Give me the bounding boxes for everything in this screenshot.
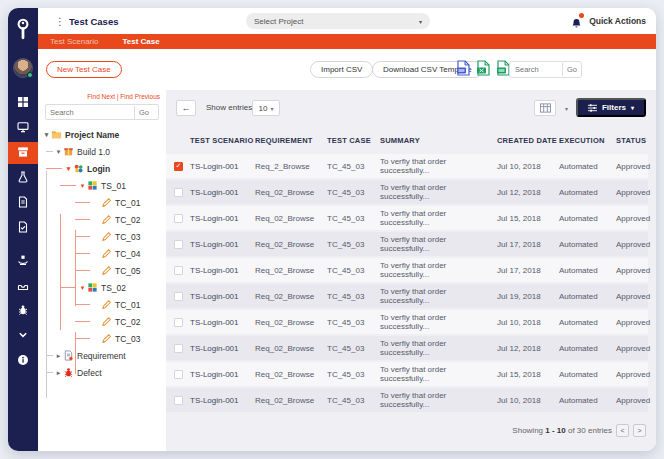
sidebar-item-more[interactable]: [8, 325, 38, 347]
entries-count-select[interactable]: 10 ▾: [252, 100, 280, 116]
row-checkbox[interactable]: [174, 214, 183, 223]
notification-dot: [579, 13, 584, 18]
table-row[interactable]: TS-Login-001 Req_02_Browse TC_45_03 To v…: [166, 336, 648, 360]
tree-item-tc-02[interactable]: TC_02: [38, 313, 166, 330]
row-checkbox[interactable]: [174, 318, 183, 327]
row-checkbox[interactable]: ✓: [174, 162, 183, 171]
quick-actions-button[interactable]: Quick Actions: [589, 16, 646, 26]
new-test-case-button[interactable]: New Test Case: [46, 61, 122, 78]
tree-caret-icon[interactable]: ▾: [78, 182, 87, 190]
row-checkbox[interactable]: [174, 370, 183, 379]
sidebar-item-builds[interactable]: [8, 275, 38, 297]
tree-search-go-button[interactable]: Go: [134, 106, 153, 119]
user-avatar[interactable]: [13, 58, 33, 78]
filters-button[interactable]: Filters ▾: [576, 98, 646, 117]
sidebar-item-defects[interactable]: [8, 300, 38, 322]
tree-caret-icon[interactable]: ▾: [78, 284, 87, 292]
row-checkbox[interactable]: [174, 292, 183, 301]
chevron-down-icon[interactable]: ▾: [565, 105, 568, 112]
cell-requirement: Req_02_Browse: [255, 396, 327, 405]
table-row[interactable]: TS-Login-001 Req_02_Browse TC_45_03 To v…: [166, 258, 648, 282]
tree-caret-icon[interactable]: ▸: [54, 369, 63, 377]
cell-test-scenario: TS-Login-001: [190, 240, 255, 249]
tree-item-ts-02[interactable]: ▾ TS_02: [38, 279, 166, 296]
row-checkbox[interactable]: [174, 396, 183, 405]
excel-export-icon[interactable]: [476, 60, 491, 80]
tab-test-scenario[interactable]: Test Scenario: [50, 37, 98, 46]
sidebar-item-reports[interactable]: [8, 192, 38, 214]
sidebar-item-test-review[interactable]: [8, 217, 38, 239]
cell-execution: Automated: [559, 318, 616, 327]
sidebar-item-info[interactable]: [8, 350, 38, 372]
col-test-scenario[interactable]: TEST SCENARIO: [190, 136, 255, 145]
kebab-icon[interactable]: ⋮: [55, 16, 65, 27]
table-row[interactable]: ✓ TS-Login-001 Req_2_Browse TC_45_03 To …: [166, 154, 648, 178]
tree-caret-icon[interactable]: ▾: [42, 131, 51, 139]
col-requirement[interactable]: REQUIREMENT: [255, 136, 327, 145]
tree-icon-project-name: [51, 129, 62, 140]
tree-item-tc-04[interactable]: TC_04: [38, 245, 166, 262]
sidebar-item-dashboard[interactable]: [8, 92, 38, 114]
tree-item-requirement[interactable]: ▸ Requirement: [38, 347, 166, 364]
cell-summary: To verfiy that order successfully...: [380, 365, 497, 383]
sidebar-item-projects[interactable]: [8, 117, 38, 139]
cell-created-date: Jul 17, 2018: [497, 240, 559, 249]
tree-item-defect[interactable]: ▸ Defect: [38, 364, 166, 381]
tree-search-input[interactable]: [46, 108, 134, 117]
cell-requirement: Req_02_Browse: [255, 240, 327, 249]
table-row[interactable]: TS-Login-001 Req_02_Browse TC_45_03 To v…: [166, 284, 648, 308]
row-checkbox[interactable]: [174, 266, 183, 275]
table-row[interactable]: TS-Login-001 Req_02_Browse TC_45_03 To v…: [166, 180, 648, 204]
column-picker-button[interactable]: [534, 100, 556, 116]
tree-icon-ts-02: [87, 282, 98, 293]
online-status-dot: [27, 72, 33, 78]
tree-item-ts-01[interactable]: ▾ TS_01: [38, 177, 166, 194]
tree-item-label: TC_02: [115, 317, 141, 327]
row-checkbox[interactable]: [174, 344, 183, 353]
cell-created-date: Jul 12, 2018: [497, 188, 559, 197]
tab-test-case[interactable]: Test Case: [122, 37, 159, 46]
search-go-button[interactable]: Go: [562, 63, 581, 76]
tree-item-tc-02[interactable]: TC_02: [38, 211, 166, 228]
col-status[interactable]: STATUS: [616, 136, 646, 145]
find-next-previous-links[interactable]: Find Next | Find Previous: [87, 93, 160, 100]
row-checkbox[interactable]: [174, 188, 183, 197]
sidebar-item-test-cases[interactable]: [8, 142, 38, 164]
tree-item-tc-01[interactable]: TC_01: [38, 296, 166, 313]
col-created-date[interactable]: CREATED DATE: [497, 136, 559, 145]
tree-caret-icon[interactable]: ▾: [54, 148, 63, 156]
prev-page-button[interactable]: <: [616, 424, 629, 437]
next-page-button[interactable]: >: [633, 424, 646, 437]
cell-status: Approved: [616, 318, 650, 327]
import-csv-button[interactable]: Import CSV: [310, 61, 373, 78]
table-row[interactable]: TS-Login-001 Req_02_Browse TC_45_03 To v…: [166, 232, 648, 256]
sidebar-icon-builds: [17, 277, 29, 295]
search-input[interactable]: [510, 65, 562, 74]
table-row[interactable]: TS-Login-001 Req_02_Browse TC_45_03 To v…: [166, 362, 648, 386]
tree-item-tc-05[interactable]: TC_05: [38, 262, 166, 279]
bell-icon[interactable]: [571, 15, 583, 27]
project-select-dropdown[interactable]: Select Project ▾: [246, 13, 430, 29]
table-row[interactable]: TS-Login-001 Req_02_Browse TC_45_03 To v…: [166, 388, 648, 412]
cell-requirement: Req_02_Browse: [255, 370, 327, 379]
tree-item-login[interactable]: ▾ Login: [38, 160, 166, 177]
tree-item-tc-03[interactable]: TC_03: [38, 228, 166, 245]
col-execution[interactable]: EXECUTION: [559, 136, 616, 145]
sidebar-item-delivery[interactable]: [8, 250, 38, 272]
sidebar-item-test-lab[interactable]: [8, 167, 38, 189]
table-row[interactable]: TS-Login-001 Req_02_Browse TC_45_03 To v…: [166, 206, 648, 230]
col-summary[interactable]: SUMMARY: [380, 136, 497, 145]
tree-item-project-name[interactable]: ▾ Project Name: [38, 126, 166, 143]
col-test-case[interactable]: TEST CASE: [327, 136, 380, 145]
tree-item-build-1-0[interactable]: ▾ Build 1.0: [38, 143, 166, 160]
tree-caret-icon[interactable]: ▾: [64, 165, 73, 173]
tree-caret-icon[interactable]: ▸: [54, 352, 63, 360]
back-arrow-button[interactable]: ←: [176, 100, 196, 116]
tree-item-tc-03[interactable]: TC_03: [38, 330, 166, 347]
table-row[interactable]: TS-Login-001 Req_02_Browse TC_45_03 To v…: [166, 310, 648, 334]
tree-item-tc-01[interactable]: TC_01: [38, 194, 166, 211]
pdf-export-icon[interactable]: [456, 60, 471, 80]
global-search: Go: [509, 61, 582, 78]
row-checkbox[interactable]: [174, 240, 183, 249]
cell-execution: Automated: [559, 344, 616, 353]
